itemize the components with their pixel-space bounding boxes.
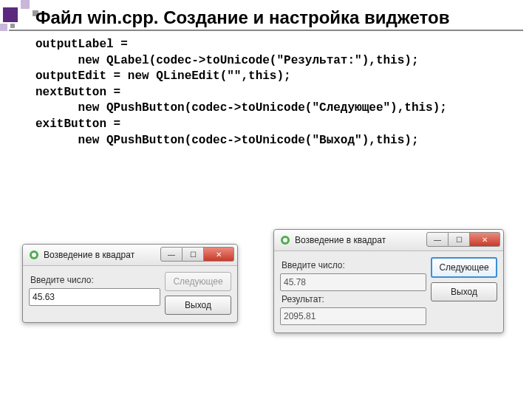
code-line: outputLabel = bbox=[35, 38, 128, 51]
window-controls: — ☐ ✕ bbox=[160, 247, 234, 262]
exit-button[interactable]: Выход bbox=[165, 296, 231, 315]
svg-point-1 bbox=[32, 253, 36, 257]
minimize-icon: — bbox=[434, 236, 441, 244]
minimize-icon: — bbox=[168, 250, 175, 259]
maximize-icon: ☐ bbox=[190, 250, 197, 259]
code-line: new QPushButton(codec->toUnicode("Выход"… bbox=[35, 134, 418, 147]
minimize-button[interactable]: — bbox=[160, 247, 183, 262]
input-label: Введите число: bbox=[282, 260, 426, 270]
exit-button[interactable]: Выход bbox=[431, 282, 497, 301]
window-controls: — ☐ ✕ bbox=[426, 232, 500, 247]
result-output: 2095.81 bbox=[280, 307, 426, 325]
close-icon: ✕ bbox=[482, 236, 488, 244]
code-line: new QPushButton(codec->toUnicode("Следую… bbox=[35, 101, 447, 115]
next-button[interactable]: Следующее bbox=[165, 272, 231, 291]
result-label: Результат: bbox=[282, 294, 426, 304]
code-line: nextButton = bbox=[35, 86, 120, 99]
next-button[interactable]: Следующее bbox=[431, 257, 497, 278]
demo-window-with-result: Возведение в квадрат — ☐ ✕ Введите число… bbox=[273, 229, 504, 333]
maximize-icon: ☐ bbox=[456, 236, 463, 244]
number-input[interactable]: 45.63 bbox=[29, 288, 160, 306]
window-body: Введите число: 45.63 Следующее Выход bbox=[23, 266, 237, 322]
close-button[interactable]: ✕ bbox=[470, 232, 500, 247]
close-button[interactable]: ✕ bbox=[204, 247, 234, 262]
window-title: Возведение в квадрат bbox=[44, 250, 134, 260]
slide-title: Файл win.cpp. Создание и настройка видже… bbox=[35, 7, 449, 28]
code-line: new QLabel(codec->toUnicode("Результат:"… bbox=[35, 54, 418, 67]
title-underline bbox=[9, 30, 523, 31]
code-line: exitButton = bbox=[35, 117, 120, 131]
minimize-button[interactable]: — bbox=[426, 232, 449, 247]
app-icon bbox=[29, 250, 39, 260]
code-line: outputEdit = new QLineEdit("",this); bbox=[35, 69, 291, 83]
maximize-button[interactable]: ☐ bbox=[183, 247, 204, 262]
titlebar[interactable]: Возведение в квадрат — ☐ ✕ bbox=[274, 230, 503, 251]
app-icon bbox=[280, 235, 290, 245]
maximize-button[interactable]: ☐ bbox=[449, 232, 470, 247]
window-body: Введите число: 45.78 Результат: 2095.81 … bbox=[274, 251, 503, 332]
demo-window-input-only: Возведение в квадрат — ☐ ✕ Введите число… bbox=[22, 244, 238, 323]
close-icon: ✕ bbox=[216, 250, 222, 259]
svg-point-3 bbox=[283, 238, 287, 242]
input-label: Введите число: bbox=[30, 275, 160, 285]
window-title: Возведение в квадрат bbox=[295, 235, 386, 245]
titlebar[interactable]: Возведение в квадрат — ☐ ✕ bbox=[23, 245, 237, 266]
number-input[interactable]: 45.78 bbox=[280, 273, 426, 291]
code-block: outputLabel = new QLabel(codec->toUnicod… bbox=[35, 37, 447, 149]
